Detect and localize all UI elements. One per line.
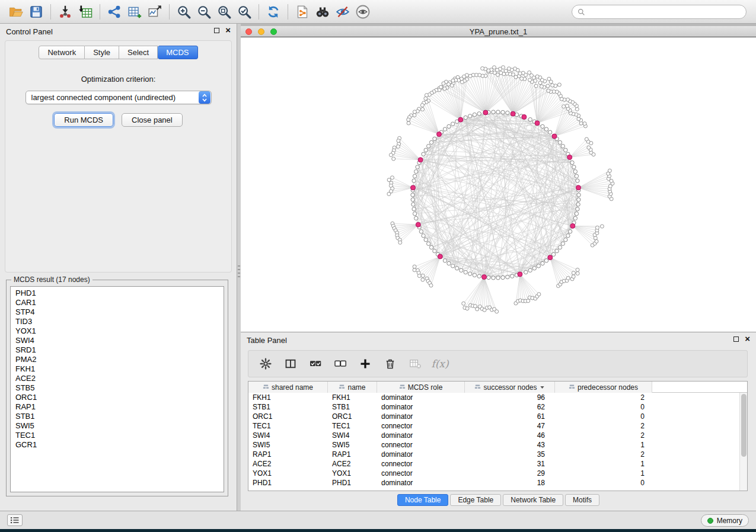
close-table-panel-icon[interactable]: ×	[745, 335, 750, 342]
cell-name[interactable]: PHD1	[328, 478, 377, 488]
cell-MCDS-role[interactable]: dominator	[377, 450, 465, 459]
leaf-node[interactable]	[417, 274, 421, 278]
leaf-node[interactable]	[551, 84, 554, 87]
column-header-MCDS-role[interactable]: MCDS role	[377, 382, 465, 393]
cell-MCDS-role[interactable]: connector	[377, 440, 465, 450]
ring-node[interactable]	[427, 242, 430, 245]
ring-node[interactable]	[414, 169, 418, 173]
mcds-result-item[interactable]: STP4	[15, 307, 219, 317]
mcds-result-list[interactable]: PHD1CAR1STP4TID3YOX1SWI4SRD1PMA2FKH1ACE2…	[10, 286, 224, 492]
cell-name[interactable]: STB1	[328, 402, 377, 412]
cell-successor-nodes[interactable]: 46	[465, 431, 555, 440]
leaf-node[interactable]	[425, 94, 428, 97]
leaf-node[interactable]	[429, 284, 433, 287]
leaf-node[interactable]	[495, 310, 499, 313]
ring-node[interactable]	[447, 261, 451, 265]
ring-node[interactable]	[424, 238, 428, 242]
table-row[interactable]: RAP1RAP1dominator352	[248, 450, 747, 459]
mcds-result-item[interactable]: RAP1	[15, 402, 219, 412]
open-session-button[interactable]	[6, 2, 26, 21]
ring-node[interactable]	[433, 249, 436, 253]
ring-node[interactable]	[575, 212, 578, 216]
ring-node[interactable]	[412, 207, 416, 211]
ring-node[interactable]	[427, 145, 430, 148]
choose-columns-button[interactable]	[282, 355, 299, 373]
ring-node[interactable]	[451, 264, 455, 268]
column-header-successor-nodes[interactable]: successor nodes	[465, 382, 555, 393]
zoom-out-button[interactable]	[194, 2, 214, 21]
leaf-node[interactable]	[587, 146, 591, 149]
ring-node[interactable]	[460, 268, 463, 272]
ring-node[interactable]	[487, 275, 490, 279]
ring-node[interactable]	[570, 161, 574, 164]
cell-MCDS-role[interactable]: dominator	[377, 402, 465, 412]
ring-node[interactable]	[419, 230, 423, 233]
leaf-node[interactable]	[387, 192, 391, 196]
leaf-node[interactable]	[442, 82, 445, 85]
dominator-node[interactable]	[438, 254, 442, 259]
memory-button[interactable]: Memory	[701, 514, 749, 527]
cell-MCDS-role[interactable]: dominator	[377, 431, 465, 440]
leaf-node[interactable]	[413, 265, 416, 268]
dominator-node[interactable]	[458, 117, 463, 122]
leaf-node[interactable]	[413, 110, 416, 114]
ring-node[interactable]	[532, 267, 536, 270]
leaf-node[interactable]	[566, 104, 569, 108]
cell-name[interactable]: YOX1	[328, 469, 377, 478]
minimize-window-button[interactable]	[258, 28, 264, 35]
float-table-panel-icon[interactable]	[733, 336, 739, 342]
ring-node[interactable]	[572, 165, 576, 169]
maximize-window-button[interactable]	[270, 28, 277, 35]
mcds-result-item[interactable]: TEC1	[15, 431, 219, 440]
dominator-node[interactable]	[535, 121, 540, 126]
ring-node[interactable]	[413, 212, 416, 216]
cell-name[interactable]: ACE2	[328, 459, 377, 469]
ring-node[interactable]	[414, 216, 418, 220]
ring-node[interactable]	[541, 261, 544, 265]
ring-node[interactable]	[566, 234, 570, 238]
dominator-node[interactable]	[416, 222, 420, 227]
leaf-node[interactable]	[420, 104, 424, 107]
table-scrollbar-thumb[interactable]	[741, 394, 747, 457]
zoom-in-button[interactable]	[174, 2, 194, 21]
leaf-node[interactable]	[528, 78, 532, 82]
ring-node[interactable]	[573, 216, 577, 220]
mcds-result-item[interactable]: PMA2	[15, 355, 219, 364]
cell-predecessor-nodes[interactable]: 1	[555, 459, 652, 469]
ring-node[interactable]	[429, 245, 433, 249]
leaf-node[interactable]	[547, 89, 550, 92]
cell-successor-nodes[interactable]: 29	[465, 469, 555, 478]
ring-node[interactable]	[424, 148, 428, 152]
ring-node[interactable]	[558, 140, 562, 144]
tab-network-table[interactable]: Network Table	[503, 494, 563, 506]
cell-successor-nodes[interactable]: 35	[465, 450, 555, 459]
close-window-button[interactable]	[245, 28, 252, 35]
column-header-predecessor-nodes[interactable]: predecessor nodes	[555, 382, 652, 393]
dominator-node[interactable]	[437, 132, 442, 137]
destroy-table-button[interactable]	[406, 355, 424, 373]
leaf-node[interactable]	[583, 122, 586, 126]
ring-node[interactable]	[528, 118, 532, 121]
ring-node[interactable]	[468, 114, 472, 118]
ring-node[interactable]	[576, 203, 580, 206]
leaf-node[interactable]	[576, 272, 579, 275]
dominator-node[interactable]	[518, 272, 522, 277]
leaf-node[interactable]	[443, 87, 446, 91]
leaf-node[interactable]	[537, 293, 541, 296]
cell-predecessor-nodes[interactable]: 1	[555, 440, 652, 450]
select-all-button[interactable]	[307, 355, 324, 373]
share-document-button[interactable]	[292, 2, 312, 21]
tab-select[interactable]: Select	[119, 46, 158, 59]
mcds-result-item[interactable]: SWI5	[15, 421, 219, 431]
function-builder-button[interactable]: f(x)	[431, 355, 449, 373]
ring-node[interactable]	[473, 273, 476, 277]
leaf-node[interactable]	[397, 139, 400, 143]
close-panel-button[interactable]: Close panel	[122, 113, 183, 127]
cell-predecessor-nodes[interactable]: 0	[555, 402, 652, 412]
table-row[interactable]: SWI4SWI4dominator462	[248, 431, 747, 440]
leaf-node[interactable]	[460, 81, 464, 84]
mcds-result-item[interactable]: STB5	[15, 383, 219, 393]
ring-node[interactable]	[548, 130, 552, 134]
cell-shared-name[interactable]: FKH1	[248, 393, 328, 402]
mcds-result-item[interactable]: CAR1	[15, 298, 219, 307]
